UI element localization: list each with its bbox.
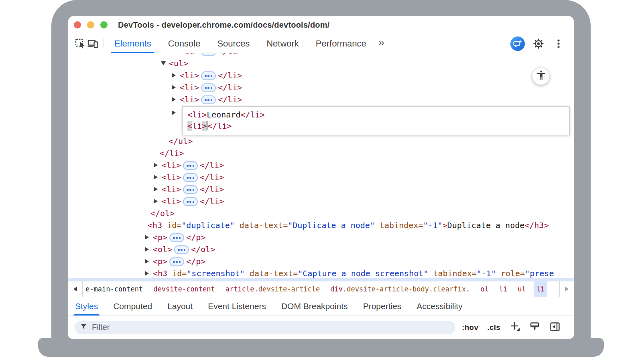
expand-badge[interactable]: [169, 233, 184, 242]
laptop-base: [38, 338, 604, 357]
dom-node-row[interactable]: </li>: [68, 147, 574, 159]
breadcrumb-item[interactable]: article.devsite-article: [223, 281, 323, 297]
disclosure-triangle-icon[interactable]: [145, 235, 149, 240]
expand-badge[interactable]: [169, 257, 184, 266]
minimize-window-button[interactable]: [87, 21, 94, 28]
breadcrumb-token: .devsite-article: [254, 285, 320, 293]
code-token: </li>: [207, 121, 232, 131]
style-filter-field[interactable]: [75, 321, 455, 334]
dom-node-row[interactable]: <p></p>: [68, 231, 574, 243]
dom-node-code: <ol></ol>: [153, 245, 215, 255]
device-toolbar-icon[interactable]: [87, 37, 100, 50]
dom-node-row[interactable]: </ul>: [68, 135, 574, 147]
disclosure-triangle-icon[interactable]: [145, 271, 149, 276]
tab-properties[interactable]: Properties: [363, 297, 402, 315]
dom-node-code: <p></p>: [153, 233, 205, 243]
kebab-menu-icon[interactable]: [552, 37, 565, 50]
dom-node-row[interactable]: <ul>: [68, 57, 574, 69]
disclosure-triangle-icon[interactable]: [154, 175, 158, 180]
dom-node-row[interactable]: <li></li>: [68, 93, 574, 105]
breadcrumb-item[interactable]: e-main-content: [83, 281, 146, 297]
expand-badge[interactable]: [201, 71, 216, 80]
breadcrumb-item[interactable]: ul: [515, 281, 528, 297]
brush-icon[interactable]: [529, 321, 540, 334]
expand-badge[interactable]: [183, 161, 198, 170]
expand-badge[interactable]: [201, 53, 216, 56]
dom-node-partial[interactable]: <li></li>: [68, 53, 574, 57]
dom-node-row[interactable]: <h3 id="duplicate" data-text="Duplicate …: [68, 219, 574, 231]
expand-badge[interactable]: [183, 197, 198, 206]
dom-node-row[interactable]: <h3 id="screenshot" data-text="Capture a…: [68, 267, 574, 279]
disclosure-triangle-icon[interactable]: [154, 163, 158, 168]
tab-console[interactable]: Console: [168, 34, 201, 53]
disclosure-triangle-icon[interactable]: [154, 199, 158, 204]
toggle-element-state-button[interactable]: :hov: [462, 323, 478, 332]
traffic-lights: [74, 21, 108, 28]
dom-node-row[interactable]: <li></li>: [68, 183, 574, 195]
disclosure-triangle-icon[interactable]: [154, 187, 158, 192]
expand-badge[interactable]: [201, 83, 216, 92]
element-classes-button[interactable]: .cls: [487, 323, 500, 332]
tab-event-listeners[interactable]: Event Listeners: [208, 297, 266, 315]
dom-node-row[interactable]: <li>Leonard</li><li></li>: [68, 105, 574, 135]
expand-badge[interactable]: [183, 185, 198, 194]
disclosure-triangle-icon[interactable]: [172, 97, 176, 102]
tab-accessibility[interactable]: Accessibility: [416, 297, 462, 315]
inline-edit-box[interactable]: <li>Leonard</li><li></li>: [182, 106, 570, 135]
disclosure-triangle-icon[interactable]: [172, 110, 176, 115]
disclosure-triangle-icon[interactable]: [161, 61, 166, 65]
inspect-icon[interactable]: [74, 37, 87, 50]
disclosure-triangle-icon[interactable]: [145, 247, 149, 252]
dom-node-row[interactable]: <li></li>: [68, 171, 574, 183]
code-token: </li>: [200, 196, 224, 206]
zoom-window-button[interactable]: [100, 21, 108, 28]
code-token: "screenshot": [187, 269, 245, 278]
dom-node-row[interactable]: <ol></ol>: [68, 243, 574, 255]
breadcrumb-item[interactable]: devsite-content: [150, 281, 218, 297]
ai-assistance-icon[interactable]: [510, 36, 525, 51]
disclosure-triangle-icon[interactable]: [172, 85, 176, 90]
badge-dot-icon: [178, 249, 180, 251]
dom-tree-panel[interactable]: <li></li><ul><li></li><li></li><li></li>…: [68, 53, 574, 281]
tab-elements[interactable]: Elements: [114, 34, 151, 53]
filter-input[interactable]: [92, 323, 450, 332]
tab-performance[interactable]: Performance: [316, 34, 366, 53]
code-token: </li>: [218, 83, 242, 92]
breadcrumb-item[interactable]: li: [534, 281, 547, 297]
disclosure-triangle-icon[interactable]: [145, 259, 149, 264]
dom-node-row[interactable]: </ol>: [68, 207, 574, 219]
tab-network[interactable]: Network: [266, 34, 299, 53]
tab-computed[interactable]: Computed: [113, 297, 152, 315]
dom-node-code: <li></li>: [180, 71, 242, 81]
tab-dom-breakpoints[interactable]: DOM Breakpoints: [281, 297, 348, 315]
breadcrumb-scroll-left-button[interactable]: [68, 281, 83, 297]
dom-node-code: <p></p>: [153, 257, 205, 267]
expand-badge[interactable]: [201, 95, 216, 104]
toggle-sidebar-icon[interactable]: [549, 321, 561, 334]
dom-node-row[interactable]: <li></li>: [68, 195, 574, 207]
breadcrumb-item[interactable]: li: [496, 281, 510, 297]
breadcrumb-item[interactable]: div.devsite-article-body.clearfix.: [327, 281, 473, 297]
accessibility-helper-button[interactable]: [532, 67, 550, 85]
expand-badge[interactable]: [174, 245, 189, 254]
dom-node-row[interactable]: <li></li>: [68, 81, 574, 93]
tab-sources[interactable]: Sources: [217, 34, 250, 53]
dom-node-row[interactable]: <li></li>: [68, 159, 574, 171]
tab-styles[interactable]: Styles: [75, 297, 98, 315]
disclosure-triangle-icon[interactable]: [172, 53, 176, 54]
dom-node-code: <li></li>: [162, 196, 224, 206]
tab-layout[interactable]: Layout: [167, 297, 193, 315]
close-window-button[interactable]: [74, 21, 81, 28]
code-token: <li>: [180, 53, 199, 56]
breadcrumb-item[interactable]: ol: [477, 281, 491, 297]
settings-gear-icon[interactable]: [532, 37, 545, 50]
breadcrumb-scroll-right-button[interactable]: [559, 281, 574, 297]
expand-badge[interactable]: [183, 173, 198, 182]
badge-dot-icon: [187, 177, 189, 179]
devtools-window: DevTools - developer.chrome.com/docs/dev…: [68, 16, 574, 339]
dom-node-row[interactable]: <li></li>: [68, 69, 574, 81]
new-style-rule-icon[interactable]: [509, 321, 520, 334]
more-tabs-chevron[interactable]: »: [378, 37, 384, 50]
dom-node-row[interactable]: <p></p>: [68, 255, 574, 267]
disclosure-triangle-icon[interactable]: [172, 73, 176, 78]
